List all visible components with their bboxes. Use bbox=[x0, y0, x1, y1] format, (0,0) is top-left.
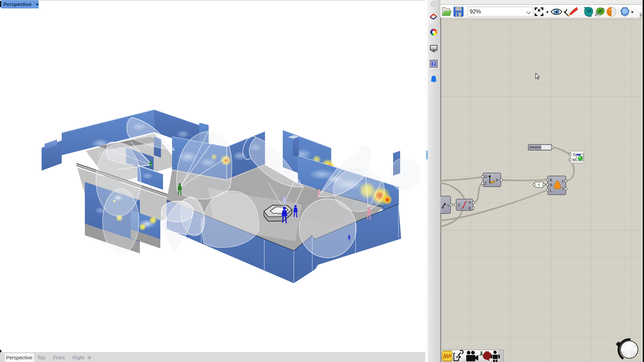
svg-text:S: S bbox=[469, 200, 471, 204]
svg-text:?: ? bbox=[433, 62, 435, 67]
svg-text:G: G bbox=[573, 153, 576, 157]
svg-text:C: C bbox=[458, 203, 461, 207]
svg-text:O: O bbox=[484, 175, 487, 179]
svg-text:P: P bbox=[496, 178, 498, 182]
svg-text:Swatch: Swatch bbox=[530, 145, 541, 149]
svg-text:E: E bbox=[469, 206, 471, 210]
svg-text:L: L bbox=[550, 188, 552, 192]
svg-text:C: C bbox=[562, 179, 565, 183]
svg-text:R: R bbox=[550, 183, 552, 187]
svg-text:B: B bbox=[550, 178, 552, 182]
svg-text:T: T bbox=[562, 187, 564, 191]
svg-text:Z: Z bbox=[484, 181, 487, 185]
svg-text:4: 4 bbox=[538, 183, 540, 187]
svg-text:M: M bbox=[573, 158, 576, 162]
svg-text:L: L bbox=[447, 203, 449, 207]
